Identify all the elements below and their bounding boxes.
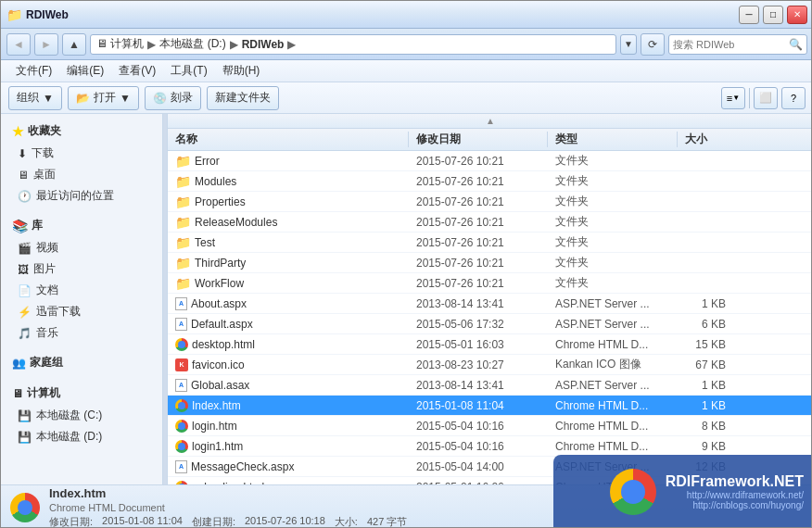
toolbar-divider [749,88,750,108]
sidebar-item-docs[interactable]: 📄 文档 [1,280,162,301]
breadcrumb-dropdown[interactable]: ▼ [620,34,637,55]
folder-icon: 📁 [175,235,191,250]
file-date: 2013-08-14 13:41 [409,297,548,310]
table-row[interactable]: 📁 WorkFlow 2015-07-26 10:21 文件夹 [168,273,812,294]
view-toggle-button[interactable]: ≡ ▼ [721,87,745,109]
table-row[interactable]: Index.htm 2015-01-08 11:04 Chrome HTML D… [168,396,812,416]
menu-help[interactable]: 帮助(H) [215,61,268,82]
help-button[interactable]: ? [781,87,806,109]
file-name: 📁 Error [168,154,409,169]
file-name: Index.htm [168,399,409,412]
up-button[interactable]: ▲ [62,33,86,56]
table-row[interactable]: A About.aspx 2013-08-14 13:41 ASP.NET Se… [168,294,812,314]
file-type: 文件夹 [548,173,678,189]
kankan-icon: K [175,358,188,371]
file-name: 📁 Modules [168,174,409,189]
menu-file[interactable]: 文件(F) [8,61,59,82]
forward-button[interactable]: ► [34,33,58,56]
sidebar-item-music[interactable]: 🎵 音乐 [1,322,162,344]
table-row[interactable]: 📁 Properties 2015-07-26 10:21 文件夹 [168,192,812,212]
breadcrumb-computer[interactable]: 🖥 计算机 [96,36,144,52]
sidebar-item-desktop[interactable]: 🖥 桌面 [1,164,162,185]
table-row[interactable]: K favicon.ico 2013-08-23 10:27 Kankan IC… [168,355,812,375]
file-type: ASP.NET Server ... [548,297,678,310]
file-size: 6 KB [678,318,733,331]
sidebar-item-local-d[interactable]: 💾 本地磁盘 (D:) [1,426,162,447]
table-row[interactable]: 📁 ReleaseModules 2015-07-26 10:21 文件夹 [168,212,812,233]
breadcrumb-disk[interactable]: 本地磁盘 (D:) [159,36,225,52]
file-name: 📁 Test [168,235,409,250]
file-date: 2015-05-04 10:16 [409,440,548,453]
file-type: 文件夹 [548,214,678,230]
menu-edit[interactable]: 编辑(E) [59,61,111,82]
back-button[interactable]: ◄ [6,33,31,56]
sidebar-item-pictures[interactable]: 🖼 图片 [1,258,162,280]
table-row[interactable]: 📁 Error 2015-07-26 10:21 文件夹 [168,151,812,171]
breadcrumb-sep-1: ▶ [147,38,156,51]
window-icon: 📁 [6,7,22,22]
menu-tools[interactable]: 工具(T) [163,61,214,82]
sidebar: ★ 收藏夹 ⬇ 下载 🖥 桌面 🕐 最近访问的位置 📚 库 🎬 [1,114,163,484]
addressbar: ◄ ► ▲ 🖥 计算机 ▶ 本地磁盘 (D:) ▶ RDIWeb ▶ ▼ ⟳ 🔍 [1,29,812,60]
view-chevron-icon: ▼ [732,94,740,102]
computer-section: 🖥 计算机 [1,382,162,405]
breadcrumb-sep-2: ▶ [230,38,238,51]
sidebar-item-downloads[interactable]: ⬇ 下载 [1,143,162,164]
file-date: 2015-05-04 10:16 [409,420,548,433]
sidebar-divider-2 [1,344,162,351]
file-name: 📁 Properties [168,195,409,209]
menu-view[interactable]: 查看(V) [111,61,163,82]
table-row[interactable]: A Default.aspx 2015-05-06 17:32 ASP.NET … [168,314,812,334]
refresh-button[interactable]: ⟳ [641,33,665,56]
file-type: Chrome HTML D... [548,338,678,351]
file-type: Chrome HTML D... [548,440,678,453]
scroll-up-indicator[interactable]: ▲ [168,114,812,129]
computer-sidebar-icon: 🖥 [12,387,23,400]
file-name: desktop.html [168,338,409,351]
table-row[interactable]: A Global.asax 2013-08-14 13:41 ASP.NET S… [168,375,812,396]
file-name: A MessageCheck.aspx [168,460,409,473]
table-row[interactable]: login.htm 2015-05-04 10:16 Chrome HTML D… [168,416,812,436]
open-icon: 📂 [76,92,90,105]
chrome-icon [175,420,188,433]
close-button[interactable]: ✕ [787,6,807,24]
search-input[interactable] [673,39,787,50]
file-size: 15 KB [678,338,733,351]
titlebar-left: 📁 RDIWeb [6,7,69,22]
maximize-button[interactable]: □ [763,6,783,24]
table-row[interactable]: 📁 ThirdParty 2015-07-26 10:21 文件夹 [168,253,812,273]
sidebar-item-recent[interactable]: 🕐 最近访问的位置 [1,185,162,207]
downloads-icon: ⬇ [18,147,27,160]
file-date: 2015-07-26 10:21 [409,277,548,290]
file-name: 📁 ReleaseModules [168,215,409,230]
file-size: 8 KB [678,420,733,433]
sidebar-divider-1 [1,207,162,214]
pane-toggle-button[interactable]: ⬜ [754,87,778,109]
column-type[interactable]: 类型 [548,132,678,147]
status-file-icon [10,493,40,522]
table-row[interactable]: desktop.html 2015-05-01 16:03 Chrome HTM… [168,334,812,355]
column-date[interactable]: 修改日期 [409,132,548,147]
open-button[interactable]: 📂 打开 ▼ [68,86,139,110]
computer-icon: 🖥 [96,37,108,50]
sidebar-item-xunlei[interactable]: ⚡ 迅雷下载 [1,301,162,322]
burn-button[interactable]: 💿 刻录 [145,86,201,110]
file-type: Chrome HTML D... [548,420,678,433]
minimize-button[interactable]: ─ [739,6,759,24]
file-type: 文件夹 [548,255,678,270]
organize-button[interactable]: 组织 ▼ [8,86,62,110]
chrome-icon [175,440,188,453]
homegroup-section: 👥 家庭组 [1,351,162,374]
sidebar-item-local-c[interactable]: 💾 本地磁盘 (C:) [1,405,162,426]
table-row[interactable]: 📁 Test 2015-07-26 10:21 文件夹 [168,233,812,253]
table-row[interactable]: login1.htm 2015-05-04 10:16 Chrome HTML … [168,436,812,457]
breadcrumb-folder[interactable]: RDIWeb [242,38,285,51]
column-name[interactable]: 名称 [168,132,409,147]
sidebar-item-video[interactable]: 🎬 视频 [1,237,162,258]
table-row[interactable]: 📁 Modules 2015-07-26 10:21 文件夹 [168,171,812,192]
watermark-text: RDIFramework.NET http://www.rdiframework… [666,473,804,510]
file-rows-container: 📁 Error 2015-07-26 10:21 文件夹 📁 Modules 2… [168,151,812,484]
status-filetype: Chrome HTML Document [49,502,407,513]
column-size[interactable]: 大小 [678,132,733,147]
new-folder-button[interactable]: 新建文件夹 [207,86,279,110]
